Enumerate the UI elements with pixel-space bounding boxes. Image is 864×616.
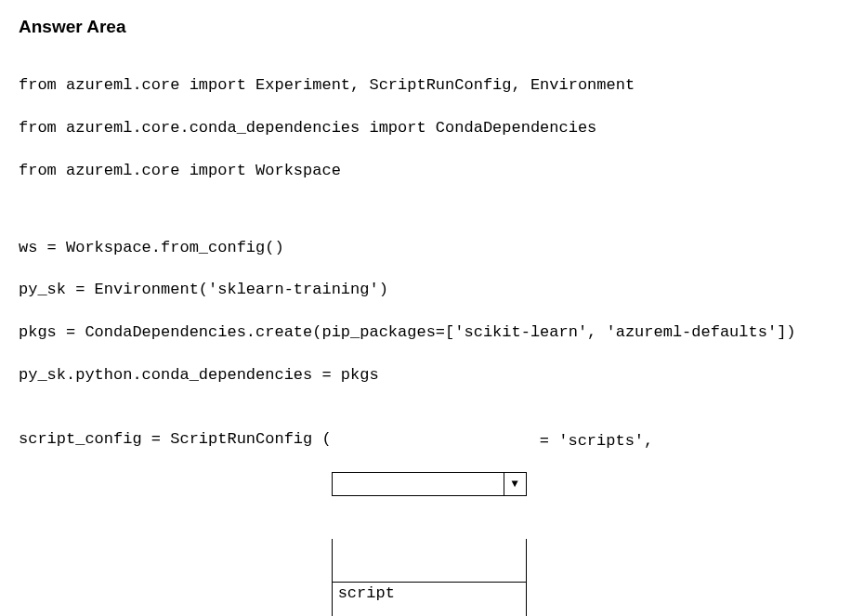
code-line: from azureml.core import Experiment, Scr…: [19, 75, 845, 97]
script-config-row-1: script_config = ScriptRunConfig ( ▼ scri…: [19, 429, 845, 616]
chevron-down-icon: ▼: [504, 473, 526, 495]
code-line: from azureml.core.conda_dependencies imp…: [19, 118, 845, 139]
dropdown-1-group: ▼ script source_directory resume_from ar…: [332, 429, 527, 616]
code-line: py_sk = Environment('sklearn-training'): [19, 280, 845, 301]
code-prefix: script_config = ScriptRunConfig (: [19, 429, 332, 451]
code-suffix: = 'scripts',: [530, 429, 654, 452]
code-line: ws = Workspace.from_config(): [19, 238, 845, 259]
dropdown-1-select[interactable]: ▼: [332, 472, 527, 496]
code-line: pkgs = CondaDependencies.create(pip_pack…: [19, 322, 845, 344]
code-line: py_sk.python.conda_dependencies = pkgs: [19, 365, 845, 387]
code-block: from azureml.core import Experiment, Scr…: [19, 54, 845, 616]
code-line: from azureml.core import Workspace: [19, 161, 845, 182]
page-title: Answer Area: [19, 17, 845, 37]
dropdown-1-options: script source_directory resume_from argu…: [332, 539, 527, 616]
dropdown-option[interactable]: script: [333, 582, 526, 606]
